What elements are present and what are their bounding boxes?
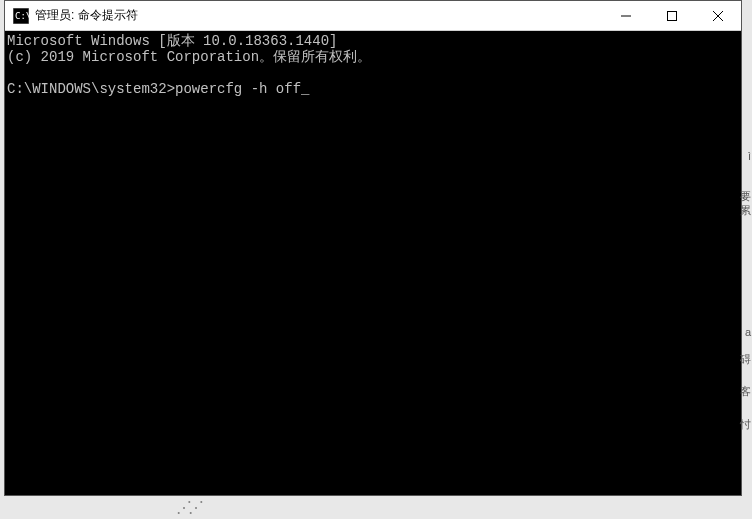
cmd-window: C:\ 管理员: 命令提示符 Microsoft Windows [版本 10.… bbox=[4, 0, 742, 496]
titlebar[interactable]: C:\ 管理员: 命令提示符 bbox=[5, 1, 741, 31]
maximize-button[interactable] bbox=[649, 1, 695, 30]
window-controls bbox=[603, 1, 741, 30]
terminal-area[interactable]: Microsoft Windows [版本 10.0.18363.1440] (… bbox=[5, 31, 741, 495]
terminal-cursor: _ bbox=[301, 81, 309, 97]
close-button[interactable] bbox=[695, 1, 741, 30]
terminal-line-copyright: (c) 2019 Microsoft Corporation。保留所有权利。 bbox=[7, 49, 371, 65]
resize-grip-icon: ⋰⋰ bbox=[176, 498, 200, 517]
minimize-button[interactable] bbox=[603, 1, 649, 30]
cmd-icon: C:\ bbox=[13, 8, 29, 24]
svg-rect-3 bbox=[668, 11, 677, 20]
window-title: 管理员: 命令提示符 bbox=[35, 7, 138, 24]
terminal-prompt: C:\WINDOWS\system32> bbox=[7, 81, 175, 97]
terminal-line-version: Microsoft Windows [版本 10.0.18363.1440] bbox=[7, 33, 337, 49]
background-fragments: ì 要 累 a 碍 客 忖 bbox=[742, 0, 752, 519]
terminal-command: powercfg -h off bbox=[175, 81, 301, 97]
terminal-prompt-line: C:\WINDOWS\system32>powercfg -h off_ bbox=[7, 81, 309, 97]
svg-text:C:\: C:\ bbox=[15, 11, 29, 21]
